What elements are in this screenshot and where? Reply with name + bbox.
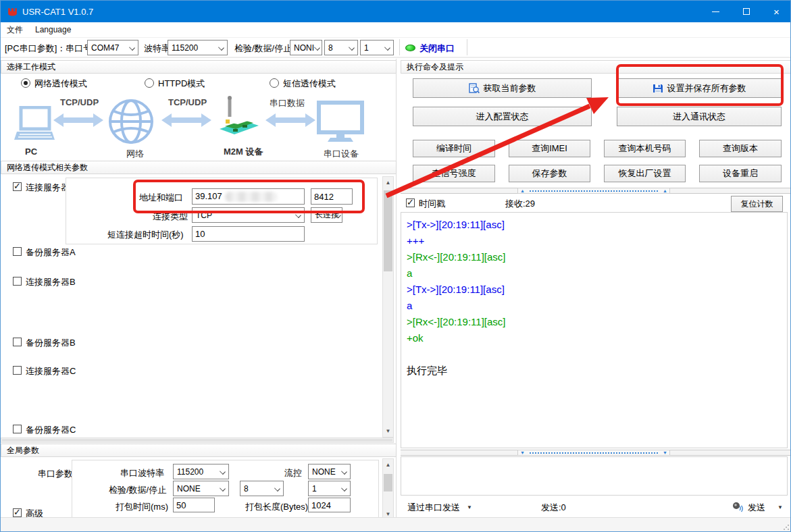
- splitter-handle[interactable]: ▼ ▼: [517, 450, 670, 456]
- serial-toolbar: [PC串口参数]：串口号 COM47 波特率 115200 检验/数据/停止 N…: [1, 38, 791, 58]
- maximize-button[interactable]: [731, 1, 761, 22]
- com-port-select[interactable]: COM47: [87, 40, 138, 55]
- minimize-button[interactable]: [700, 1, 731, 22]
- menu-language[interactable]: Language: [29, 25, 77, 34]
- app-window: USR-CAT1 V1.0.7 × 文件 Language [PC串口参数]：串…: [0, 0, 791, 532]
- set-save-params-button[interactable]: 设置并保存所有参数: [617, 78, 782, 98]
- conn-type-select[interactable]: TCP: [192, 207, 305, 223]
- g-baud-select[interactable]: 115200: [173, 464, 229, 479]
- radio-httpd-mode[interactable]: [145, 78, 154, 88]
- log-line: a: [407, 265, 782, 282]
- enter-comm-button[interactable]: 进入通讯状态: [617, 107, 782, 126]
- title-bar: USR-CAT1 V1.0.7 ×: [1, 1, 791, 22]
- pack-len-input[interactable]: [308, 498, 351, 512]
- chevron-down-icon: [274, 485, 280, 491]
- checkbox-connect-server-c[interactable]: [13, 366, 22, 375]
- scroll-up-icon[interactable]: ▲: [383, 460, 393, 470]
- close-button[interactable]: ×: [761, 1, 791, 22]
- chevron-down-icon: [295, 212, 301, 218]
- pack-len-label: 打包长度(Bytes): [245, 501, 308, 513]
- query-number-button[interactable]: 查询本机号码: [604, 140, 686, 157]
- addr-port-label: 地址和端口: [139, 192, 183, 204]
- left-panel-hscrollbar[interactable]: [1, 437, 394, 443]
- checkbox-backup-server-a[interactable]: [13, 247, 22, 256]
- log-lines: >[Tx->][20:19:11][asc]+++>[Rx<-][20:19:1…: [407, 217, 782, 379]
- stopbits-select[interactable]: 1: [360, 40, 394, 55]
- send-via-dropdown[interactable]: 通过串口发送: [407, 502, 460, 514]
- flow-select[interactable]: NONE: [308, 464, 351, 479]
- query-version-button[interactable]: 查询版本: [699, 140, 782, 157]
- conn-keep-select[interactable]: 长连接: [311, 207, 342, 223]
- send-input-area[interactable]: [401, 456, 788, 496]
- chevron-down-icon: [220, 485, 226, 491]
- compile-time-button[interactable]: 编译时间: [413, 140, 495, 157]
- scrollbar-thumb[interactable]: [384, 190, 392, 271]
- server-port-input[interactable]: [311, 188, 353, 205]
- device-restart-button[interactable]: 设备重启: [699, 165, 782, 182]
- app-logo-icon: [7, 6, 18, 18]
- scrollbar-thumb[interactable]: [384, 474, 392, 491]
- factory-reset-button[interactable]: 恢复出厂设置: [604, 165, 686, 182]
- log-line: a: [407, 298, 782, 314]
- databits-select[interactable]: 8: [324, 40, 358, 55]
- splitter-handle[interactable]: ▲ ▲: [517, 188, 670, 194]
- send-button[interactable]: 发送: [748, 502, 765, 514]
- close-serial-button[interactable]: 关闭串口: [419, 43, 455, 55]
- pack-time-input[interactable]: [173, 498, 215, 512]
- checkbox-timestamp[interactable]: [406, 198, 415, 207]
- triangle-up-icon: ▲: [518, 188, 527, 193]
- log-line: [407, 346, 782, 363]
- radio-sms-mode[interactable]: [270, 78, 279, 88]
- scrollbar-thumb[interactable]: [2, 439, 392, 442]
- query-signal-button[interactable]: 查信号强度: [413, 165, 495, 182]
- g-stopbits-select[interactable]: 1: [308, 481, 351, 496]
- reset-count-button[interactable]: 复位计数: [731, 196, 783, 212]
- scroll-up-icon[interactable]: ▲: [383, 178, 393, 188]
- log-line: >[Rx<-][20:19:11][asc]: [407, 249, 782, 265]
- radio-httpd-label[interactable]: HTTPD模式: [158, 78, 205, 90]
- triangle-down-icon: ▼: [661, 450, 669, 455]
- parity-label: 检验/数据/停止: [234, 43, 292, 55]
- double-arrow-icon: [265, 113, 315, 128]
- checkbox-connect-server-b[interactable]: [13, 277, 22, 286]
- conn-type-label: 连接类型: [153, 211, 188, 223]
- m2m-device-icon: [215, 95, 261, 144]
- query-imei-button[interactable]: 查询IMEI: [509, 140, 590, 157]
- radio-net-transparent-mode[interactable]: [21, 78, 30, 88]
- g-databits-select[interactable]: 8: [240, 481, 284, 496]
- checkbox-connect-server-a[interactable]: [13, 182, 22, 191]
- serial-group-label: 串口参数: [38, 468, 73, 480]
- chevron-down-icon: [218, 45, 224, 51]
- connect-server-b-label: 连接服务器B: [26, 276, 76, 288]
- baud-select[interactable]: 115200: [168, 40, 228, 55]
- menu-file[interactable]: 文件: [1, 24, 29, 36]
- double-arrow-icon: [53, 113, 103, 128]
- chevron-down-icon[interactable]: ▼: [777, 504, 783, 510]
- enter-config-button[interactable]: 进入配置状态: [413, 107, 592, 126]
- scroll-down-icon[interactable]: ▼: [383, 426, 393, 436]
- checkbox-advanced[interactable]: [13, 508, 22, 517]
- get-params-button[interactable]: 获取当前参数: [413, 78, 592, 98]
- checkbox-backup-server-b[interactable]: [13, 338, 22, 346]
- short-conn-timeout-input[interactable]: [192, 226, 305, 242]
- splitter-top[interactable]: ▲ ▲: [401, 188, 791, 194]
- splitter-bottom[interactable]: ▼ ▼: [401, 450, 791, 456]
- radio-sms-label[interactable]: 短信透传模式: [283, 78, 336, 90]
- save-params-button[interactable]: 保存参数: [509, 165, 590, 182]
- left-panel-vscrollbar[interactable]: ▲ ▼: [382, 176, 394, 437]
- resize-grip[interactable]: [783, 524, 790, 531]
- checkbox-backup-server-c[interactable]: [13, 425, 22, 433]
- net-params-header: 网络透传模式相关参数: [1, 161, 397, 174]
- timestamp-label: 时间戳: [419, 198, 445, 210]
- log-output[interactable]: >[Tx->][20:19:11][asc]+++>[Rx<-][20:19:1…: [401, 212, 788, 448]
- log-line: >[Rx<-][20:19:11][asc]: [407, 314, 782, 330]
- g-parity-select[interactable]: NONE: [173, 481, 229, 496]
- global-params-vscrollbar[interactable]: ▲ ▼: [382, 458, 394, 521]
- redacted-address: [225, 192, 278, 202]
- server-address-input[interactable]: 39.107: [192, 188, 305, 205]
- chevron-down-icon[interactable]: ▼: [467, 504, 472, 510]
- radio-net-transparent-label[interactable]: 网络透传模式: [34, 78, 87, 90]
- short-conn-timeout-label: 短连接超时时间(秒): [107, 229, 184, 241]
- parity-select[interactable]: NONI: [290, 40, 322, 55]
- pc-serial-label: [PC串口参数]：串口号: [5, 43, 92, 55]
